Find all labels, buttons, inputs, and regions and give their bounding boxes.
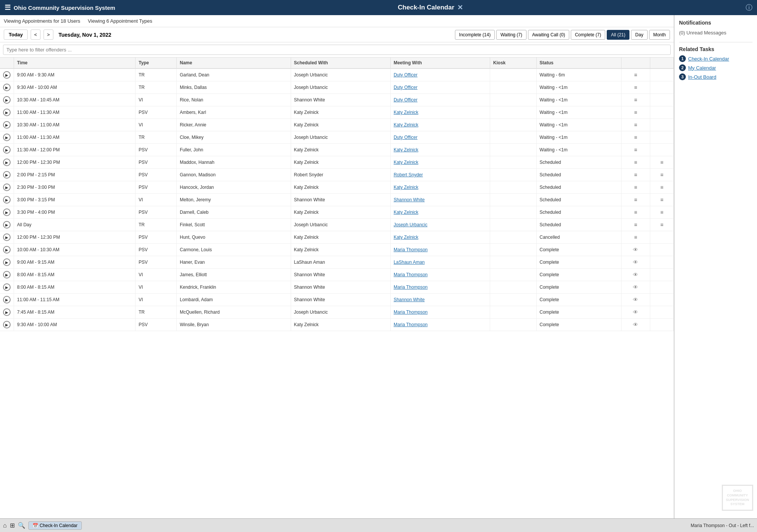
meeting-with[interactable]: Duty Officer (390, 68, 490, 81)
row-expand[interactable]: ▶ (0, 319, 14, 331)
action-icon-1[interactable]: ≡ (621, 68, 650, 81)
offender-filter-input[interactable] (3, 45, 671, 55)
meeting-with-link[interactable]: Katy Zelnick (394, 160, 418, 165)
expand-button[interactable]: ▶ (3, 321, 11, 328)
expand-button[interactable]: ▶ (3, 84, 11, 91)
doc-icon[interactable]: ≡ (634, 97, 637, 103)
row-expand[interactable]: ▶ (0, 131, 14, 144)
row-expand[interactable]: ▶ (0, 219, 14, 231)
eye-icon[interactable]: 👁 (633, 322, 638, 328)
menu-icon[interactable]: ≡ (660, 172, 663, 178)
next-button[interactable]: > (44, 30, 53, 40)
expand-button[interactable]: ▶ (3, 159, 11, 166)
action-icon-1[interactable]: 👁 (621, 269, 650, 281)
doc-icon[interactable]: ≡ (634, 159, 637, 165)
doc-icon[interactable]: ≡ (634, 172, 637, 178)
hamburger-icon[interactable]: ☰ (5, 3, 11, 12)
action-icon-1[interactable]: ≡ (621, 194, 650, 206)
meeting-with-link[interactable]: Katy Zelnick (394, 235, 418, 240)
row-expand[interactable]: ▶ (0, 68, 14, 81)
meeting-with[interactable]: Maria Thompson (390, 319, 490, 331)
meeting-with-link[interactable]: Maria Thompson (394, 272, 428, 277)
action-icon-2[interactable]: ≡ (650, 181, 673, 194)
search-icon[interactable]: 🔍 (18, 522, 25, 529)
meeting-with-link[interactable]: Maria Thompson (394, 285, 428, 290)
row-expand[interactable]: ▶ (0, 181, 14, 194)
row-expand[interactable]: ▶ (0, 244, 14, 256)
doc-icon[interactable]: ≡ (634, 134, 637, 140)
meeting-with-link[interactable]: Katy Zelnick (394, 185, 418, 190)
meeting-with[interactable]: Maria Thompson (390, 269, 490, 281)
meeting-with-link[interactable]: Katy Zelnick (394, 122, 418, 128)
action-icon-1[interactable]: ≡ (621, 169, 650, 181)
row-expand[interactable]: ▶ (0, 231, 14, 244)
doc-icon[interactable]: ≡ (634, 209, 637, 215)
menu-icon[interactable]: ≡ (660, 197, 663, 203)
meeting-with[interactable]: Robert Snyder (390, 169, 490, 181)
meeting-with-link[interactable]: Maria Thompson (394, 322, 428, 327)
menu-icon[interactable]: ≡ (660, 222, 663, 228)
doc-icon[interactable]: ≡ (634, 197, 637, 203)
expand-button[interactable]: ▶ (3, 233, 11, 241)
expand-button[interactable]: ▶ (3, 296, 11, 303)
expand-button[interactable]: ▶ (3, 308, 11, 316)
action-icon-1[interactable]: 👁 (621, 281, 650, 294)
taskbar-checkin-app[interactable]: 📅 Check-In Calendar (28, 521, 82, 530)
task-label[interactable]: My Calendar (688, 65, 716, 71)
meeting-with[interactable]: Duty Officer (390, 81, 490, 94)
eye-icon[interactable]: 👁 (633, 297, 638, 303)
row-expand[interactable]: ▶ (0, 106, 14, 119)
expand-button[interactable]: ▶ (3, 196, 11, 204)
meeting-with[interactable]: Shannon White (390, 194, 490, 206)
meeting-with-link[interactable]: Katy Zelnick (394, 210, 418, 215)
meeting-with-link[interactable]: Katy Zelnick (394, 110, 418, 115)
action-icon-1[interactable]: ≡ (621, 156, 650, 169)
task-label[interactable]: Check-In Calendar (688, 56, 729, 62)
action-icon-1[interactable]: ≡ (621, 144, 650, 156)
eye-icon[interactable]: 👁 (633, 309, 638, 315)
meeting-with[interactable]: Joseph Urbancic (390, 219, 490, 231)
doc-icon[interactable]: ≡ (634, 184, 637, 190)
row-expand[interactable]: ▶ (0, 294, 14, 306)
action-icon-2[interactable]: ≡ (650, 219, 673, 231)
row-expand[interactable]: ▶ (0, 169, 14, 181)
doc-icon[interactable]: ≡ (634, 72, 637, 78)
meeting-with-link[interactable]: Duty Officer (394, 72, 417, 78)
meeting-with-link[interactable]: Maria Thompson (394, 310, 428, 315)
action-icon-2[interactable]: ≡ (650, 206, 673, 219)
close-icon[interactable]: ✕ (457, 3, 463, 12)
meeting-with[interactable]: Maria Thompson (390, 244, 490, 256)
expand-button[interactable]: ▶ (3, 146, 11, 154)
eye-icon[interactable]: 👁 (633, 284, 638, 290)
meeting-with-link[interactable]: Katy Zelnick (394, 147, 418, 152)
expand-button[interactable]: ▶ (3, 184, 11, 191)
action-icon-2[interactable]: ≡ (650, 194, 673, 206)
expand-button[interactable]: ▶ (3, 171, 11, 179)
expand-button[interactable]: ▶ (3, 283, 11, 291)
meeting-with-link[interactable]: LaShaun Aman (394, 260, 425, 265)
expand-button[interactable]: ▶ (3, 121, 11, 129)
row-expand[interactable]: ▶ (0, 306, 14, 319)
meeting-with-link[interactable]: Shannon White (394, 297, 425, 302)
filter-incomplete[interactable]: Incomplete (14) (455, 30, 495, 40)
menu-icon[interactable]: ≡ (660, 209, 663, 215)
expand-button[interactable]: ▶ (3, 221, 11, 229)
meeting-with[interactable]: Katy Zelnick (390, 156, 490, 169)
action-icon-1[interactable]: ≡ (621, 219, 650, 231)
eye-icon[interactable]: 👁 (633, 272, 638, 278)
action-icon-1[interactable]: 👁 (621, 319, 650, 331)
meeting-with-link[interactable]: Robert Snyder (394, 172, 423, 177)
filter-complete[interactable]: Complete (7) (571, 30, 605, 40)
meeting-with[interactable]: Maria Thompson (390, 281, 490, 294)
action-icon-1[interactable]: ≡ (621, 231, 650, 244)
row-expand[interactable]: ▶ (0, 119, 14, 131)
row-expand[interactable]: ▶ (0, 281, 14, 294)
action-icon-2[interactable]: ≡ (650, 156, 673, 169)
meeting-with[interactable]: Katy Zelnick (390, 206, 490, 219)
doc-icon[interactable]: ≡ (634, 84, 637, 90)
expand-button[interactable]: ▶ (3, 246, 11, 254)
row-expand[interactable]: ▶ (0, 256, 14, 269)
related-task-item[interactable]: 2My Calendar (679, 64, 752, 71)
meeting-with-link[interactable]: Duty Officer (394, 85, 417, 90)
action-icon-1[interactable]: ≡ (621, 181, 650, 194)
